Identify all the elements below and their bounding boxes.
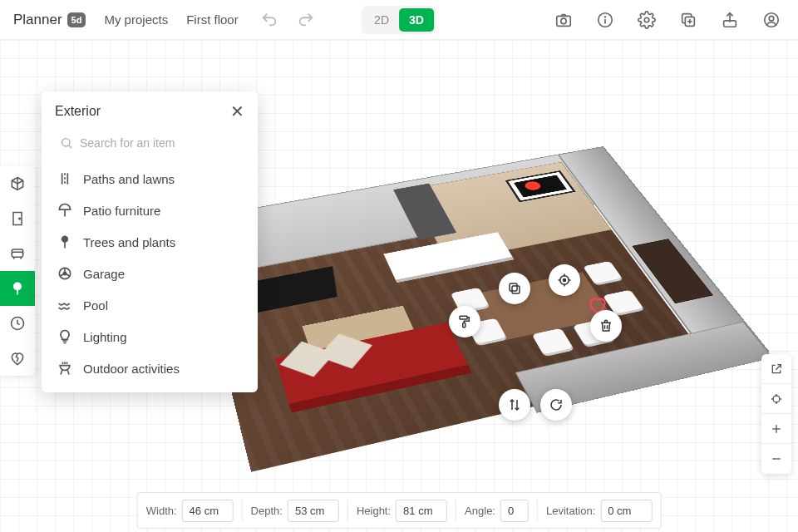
flip-button[interactable] [499,389,530,421]
info-button[interactable] [592,7,618,33]
brand-logo[interactable]: Planner 5d [13,12,86,28]
copy-icon [507,281,522,296]
svg-point-40 [62,236,68,243]
clock-icon [9,315,26,332]
waves-icon [57,297,73,313]
category-paths-and-lawns[interactable]: Paths and lawns [42,163,258,195]
brand-name: Planner [13,12,62,28]
view-2d-button[interactable]: 2D [364,8,399,32]
search-placeholder: Search for an item [80,136,175,150]
svg-line-47 [61,371,62,375]
undo-button[interactable] [260,11,278,29]
catalog-panel: Exterior ✕ Search for an item Paths and … [42,91,258,392]
angle-input[interactable] [500,500,529,522]
svg-line-46 [66,274,70,277]
paths-icon [57,170,73,187]
category-label: Patio furniture [83,204,160,218]
swap-vertical-icon [507,397,522,412]
fullscreen-button[interactable] [761,354,791,384]
category-trees-and-plants[interactable]: Trees and plants [42,226,258,258]
category-pool[interactable]: Pool [42,289,258,321]
svg-rect-13 [463,323,466,328]
view-toggle: 2D 3D [362,6,436,34]
info-icon [596,11,614,29]
svg-rect-12 [460,316,467,319]
account-button[interactable] [758,7,785,33]
svg-line-33 [69,145,71,148]
svg-point-11 [769,16,774,21]
grill-icon [57,360,73,377]
svg-line-45 [60,274,63,277]
copy-button[interactable] [499,273,530,304]
duplicate-icon [679,11,697,29]
share-icon [721,11,739,29]
depth-input[interactable] [288,500,339,522]
target-icon [557,273,572,288]
width-label: Width: [146,505,177,517]
center-view-button[interactable] [761,384,791,414]
snapshot-button[interactable] [550,7,577,33]
rail-interior[interactable] [0,236,35,271]
svg-rect-0 [557,16,571,26]
catalog-search-input[interactable]: Search for an item [52,130,248,156]
category-list: Paths and lawns Patio furniture Trees an… [42,163,258,384]
category-outdoor-activities[interactable]: Outdoor activities [42,352,258,384]
svg-point-43 [63,272,66,274]
nav-floor-selector[interactable]: First floor [186,12,239,27]
svg-rect-26 [12,252,22,257]
category-label: Outdoor activities [83,362,180,376]
plant-icon [57,234,73,250]
rotate-button[interactable] [540,389,572,421]
svg-point-17 [564,279,566,282]
category-garage[interactable]: Garage [42,258,258,289]
plus-icon [770,422,783,436]
view-3d-button[interactable]: 3D [399,8,434,32]
angle-label: Angle: [465,505,495,517]
viewport-controls [761,354,791,474]
minus-icon [770,452,783,466]
zoom-in-button[interactable] [761,414,791,444]
svg-rect-30 [17,289,18,295]
height-label: Height: [357,505,391,517]
panel-close-button[interactable]: ✕ [230,103,244,120]
rail-rooms[interactable] [0,166,35,201]
category-label: Paths and lawns [83,172,175,186]
room-3d-model [189,146,768,471]
settings-button[interactable] [633,7,660,33]
user-icon [762,11,781,29]
gear-icon [638,11,656,29]
height-input[interactable] [396,500,447,522]
category-label: Trees and plants [83,235,175,249]
category-patio-furniture[interactable]: Patio furniture [42,195,258,226]
category-label: Lighting [83,330,127,344]
redo-button[interactable] [297,11,315,29]
rotate-icon [549,397,564,412]
svg-point-32 [62,139,70,146]
paint-roller-icon [457,314,472,329]
rail-favorites[interactable] [0,341,35,376]
rail-construction[interactable] [0,201,35,236]
category-label: Pool [83,298,108,313]
external-icon [770,362,783,376]
delete-button[interactable] [590,310,622,342]
paint-button[interactable] [449,306,480,337]
category-label: Garage [83,267,125,281]
nav-my-projects[interactable]: My projects [104,12,168,27]
steering-wheel-icon [57,265,73,282]
svg-point-1 [561,18,566,23]
cube-icon [9,175,26,192]
width-input[interactable] [182,500,234,522]
export-button[interactable] [717,7,743,33]
tree-icon [9,280,26,297]
zoom-out-button[interactable] [761,444,791,474]
crosshair-icon [770,392,783,406]
svg-line-48 [67,371,69,375]
levitation-input[interactable] [600,500,652,522]
category-lighting[interactable]: Lighting [42,321,258,352]
rail-exterior[interactable] [0,271,35,306]
svg-rect-15 [510,283,517,291]
sofa-icon [9,245,26,262]
rail-history[interactable] [0,306,35,341]
duplicate-project-button[interactable] [675,7,702,33]
focus-button[interactable] [549,264,580,296]
